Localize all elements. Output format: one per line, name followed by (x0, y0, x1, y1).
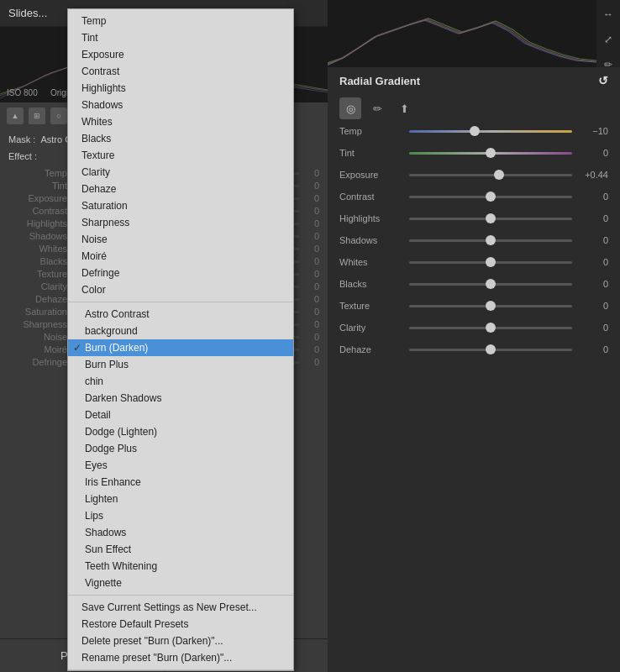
slider-label: Shadows (8, 231, 67, 241)
right-slider-track[interactable] (409, 283, 572, 286)
slider-label: Temp (8, 168, 67, 178)
check-mark-icon (73, 459, 81, 471)
slider-label: Saturation (8, 307, 67, 317)
right-histogram: ↔ ⤢ ✏ ✦ ▭ ◎ … (328, 0, 620, 67)
check-mark-icon (73, 493, 81, 505)
tool-icon-2[interactable]: ⊞ (29, 108, 45, 124)
header-title: Slides... (8, 7, 47, 19)
check-mark-icon (73, 510, 81, 522)
dropdown-param-item[interactable]: Moiré (68, 248, 293, 265)
side-icon-transform[interactable]: ⤢ (599, 30, 617, 49)
check-mark-icon (73, 426, 81, 438)
right-slider-track[interactable] (409, 174, 572, 176)
right-slider-track[interactable] (409, 239, 572, 242)
check-mark-icon (73, 308, 81, 320)
dropdown-action-item[interactable]: Save Current Settings as New Preset... (68, 599, 293, 616)
dropdown-param-item[interactable]: Blacks (68, 130, 293, 147)
dropdown-preset-item[interactable]: chin (68, 373, 293, 390)
dropdown-param-item[interactable]: Whites (68, 113, 293, 130)
right-slider-row: Blacks 0 (339, 279, 608, 289)
dropdown-preset-item[interactable]: Lighten (68, 491, 293, 507)
dropdown-preset-item[interactable]: Shadows (68, 524, 293, 541)
dropdown-preset-item[interactable]: Eyes (68, 457, 293, 474)
reset-radial-icon[interactable]: ↺ (598, 74, 608, 87)
side-icon-brush[interactable]: ✏ (599, 55, 617, 67)
right-slider-row: Whites 0 (339, 257, 608, 267)
dropdown-param-item[interactable]: Clarity (68, 164, 293, 181)
tool-icon-3[interactable]: ○ (50, 108, 67, 124)
slider-label: Blacks (8, 256, 67, 266)
check-mark-icon (73, 375, 81, 387)
dropdown-preset-item[interactable]: Teeth Whitening (68, 558, 293, 575)
dropdown-param-item[interactable]: Texture (68, 147, 293, 164)
slider-label: Texture (8, 269, 67, 279)
slider-value: 0 (302, 168, 319, 178)
dropdown-preset-item[interactable]: Dodge (Lighten) (68, 423, 293, 440)
dropdown-preset-item[interactable]: Astro Contrast (68, 306, 293, 323)
dropdown-preset-item[interactable]: Dodge Plus (68, 440, 293, 457)
dropdown-param-item[interactable]: Noise (68, 231, 293, 248)
slider-value: 0 (302, 218, 319, 228)
dropdown-param-item[interactable]: Color (68, 281, 293, 298)
dropdown-preset-item[interactable]: Detail (68, 407, 293, 423)
slider-value: 0 (302, 244, 319, 254)
dropdown-action-item[interactable]: Restore Default Presets (68, 616, 293, 633)
radial-tool-brush[interactable]: ✏ (366, 97, 388, 119)
dropdown-param-item[interactable]: Defringe (68, 265, 293, 281)
dropdown-action-item[interactable]: Delete preset "Burn (Darken)"... (68, 633, 293, 649)
dropdown-param-item[interactable]: Exposure (68, 46, 293, 63)
right-slider-track[interactable] (409, 130, 572, 133)
right-slider-row: Temp −10 (339, 126, 608, 136)
right-slider-label: Texture (339, 301, 402, 311)
right-slider-track[interactable] (409, 305, 572, 307)
dropdown-preset-item[interactable]: Iris Enhance (68, 474, 293, 491)
dropdown-param-item[interactable]: Saturation (68, 197, 293, 214)
dropdown-param-item[interactable]: Contrast (68, 63, 293, 80)
dropdown-preset-item[interactable]: Darken Shadows (68, 390, 293, 407)
dropdown-param-item[interactable]: Shadows (68, 97, 293, 113)
dropdown-action-item[interactable]: Rename preset "Burn (Darken)"... (68, 649, 293, 666)
dropdown-param-item[interactable]: Highlights (68, 80, 293, 97)
slider-label: Whites (8, 244, 67, 254)
right-slider-track[interactable] (409, 327, 572, 329)
dropdown-preset-item[interactable]: Sun Effect (68, 541, 293, 558)
right-slider-track[interactable] (409, 218, 572, 220)
right-sliders: Temp −10 Tint 0 Exposure +0.44 Contrast … (328, 126, 620, 672)
right-slider-value: 0 (579, 213, 608, 223)
radial-tools: ◎ ✏ ⬆ (328, 94, 620, 126)
right-slider-value: −10 (579, 126, 608, 136)
dropdown-preset-item[interactable]: ✓Burn (Darken) (68, 339, 293, 356)
tool-icon-1[interactable]: ▲ (7, 108, 24, 124)
right-slider-row: Tint 0 (339, 148, 608, 158)
svg-rect-1 (328, 0, 596, 67)
slider-label: Defringe (8, 357, 67, 367)
check-mark-icon (73, 392, 81, 404)
radial-tool-target[interactable]: ◎ (339, 97, 361, 119)
check-mark-icon (73, 325, 81, 337)
dropdown-param-item[interactable]: Dehaze (68, 181, 293, 197)
dropdown-preset-item[interactable]: Vignette (68, 575, 293, 591)
slider-value: 0 (302, 181, 319, 191)
dropdown-preset-item[interactable]: Burn Plus (68, 356, 293, 373)
radial-gradient-title: Radial Gradient (339, 75, 420, 87)
dropdown-preset-item[interactable]: background (68, 323, 293, 339)
dropdown-param-item[interactable]: Sharpness (68, 214, 293, 231)
dropdown-preset-item[interactable]: Lips (68, 507, 293, 524)
right-slider-label: Shadows (339, 235, 402, 245)
right-slider-value: 0 (579, 323, 608, 333)
preset-dropdown[interactable]: TempTintExposureContrastHighlightsShadow… (67, 8, 294, 671)
right-slider-value: 0 (579, 301, 608, 311)
side-icon-move[interactable]: ↔ (599, 5, 617, 24)
right-slider-track[interactable] (409, 261, 572, 264)
dropdown-param-item[interactable]: Temp (68, 13, 293, 29)
radial-tool-upload[interactable]: ⬆ (393, 97, 415, 119)
dropdown-param-item[interactable]: Tint (68, 29, 293, 46)
check-mark-icon: ✓ (73, 342, 81, 354)
slider-value: 0 (302, 344, 319, 354)
slider-label: Dehaze (8, 294, 67, 304)
right-slider-track[interactable] (409, 196, 572, 198)
right-slider-track[interactable] (409, 349, 572, 351)
right-slider-track[interactable] (409, 152, 572, 155)
right-slider-row: Highlights 0 (339, 213, 608, 223)
right-slider-value: 0 (579, 257, 608, 267)
